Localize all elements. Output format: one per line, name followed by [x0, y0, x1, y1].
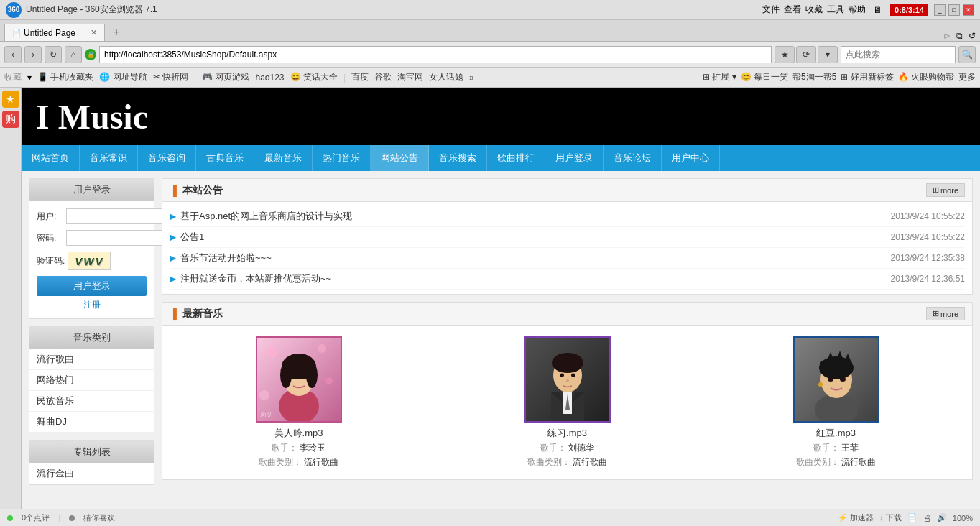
nav-热门音乐[interactable]: 热门音乐	[313, 145, 371, 171]
announcements-title: 本站公告	[182, 184, 223, 197]
bm-扩展[interactable]: ⊞ 扩展 ▾	[703, 71, 736, 83]
address-bar: ‹ › ↻ ⌂ 🔒 ★ ⟳ ▾ 🔍	[0, 42, 980, 68]
singer-name-2: 刘德华	[568, 443, 594, 453]
ann-date-2: 2013/9/24 10:55:22	[891, 232, 965, 242]
site-wrapper: I Music 网站首页 音乐常识 音乐咨询 古典音乐 最新音乐 热门音乐 网站…	[22, 88, 980, 509]
accelerate-button[interactable]: ⚡ 加速器	[838, 512, 874, 523]
favorites-quick-button[interactable]: ★	[2, 91, 19, 108]
speaker-icon: 🔊	[937, 513, 947, 522]
table-row: ▶ 公告1 2013/9/24 10:55:22	[170, 227, 965, 248]
nav-网站首页[interactable]: 网站首页	[22, 145, 80, 171]
music-album-row-1: 歌曲类别： 流行歌曲	[170, 456, 427, 469]
announcements-more[interactable]: ⊞ more	[926, 183, 965, 197]
ann-title-1[interactable]: 基于Asp.net的网上音乐商店的设计与实现	[180, 210, 884, 223]
login-section-title: 用户登录	[29, 179, 154, 201]
bm-火眼购物帮[interactable]: 🔥 火眼购物帮	[898, 71, 954, 83]
shop-quick-button[interactable]: 购	[2, 111, 19, 128]
search-input[interactable]	[841, 46, 956, 63]
menu-工具[interactable]: 工具	[827, 4, 844, 16]
nav-用户登录[interactable]: 用户登录	[545, 145, 604, 171]
nav-用户中心[interactable]: 用户中心	[662, 145, 720, 171]
close-button[interactable]: ✕	[963, 4, 974, 16]
nav-歌曲排行[interactable]: 歌曲排行	[487, 145, 545, 171]
bm-网页游戏[interactable]: 🎮 网页游戏	[202, 71, 249, 83]
bm-帮5淘一帮5[interactable]: 帮5淘一帮5	[792, 71, 836, 83]
singer-photo-1: 向见	[257, 338, 341, 421]
new-tab-button[interactable]: +	[108, 24, 125, 41]
menu-文件[interactable]: 文件	[762, 4, 780, 16]
latest-music-more[interactable]: ⊞ more	[926, 307, 965, 320]
nav-hist[interactable]: ↺	[969, 31, 976, 41]
nav-音乐常识[interactable]: 音乐常识	[80, 145, 138, 171]
music-filename-1[interactable]: 美人吟.mp3	[170, 427, 427, 440]
bm-hao123[interactable]: hao123	[256, 73, 285, 83]
login-button[interactable]: 用户登录	[37, 276, 147, 296]
music-image-2[interactable]	[524, 336, 611, 423]
nav-音乐搜索[interactable]: 音乐搜索	[429, 145, 487, 171]
menu-收藏[interactable]: 收藏	[805, 4, 823, 16]
bm-快折网[interactable]: ✂ 快折网	[153, 71, 188, 83]
latest-music-section: ▐ 最新音乐 ⊞ more	[162, 302, 973, 480]
category-舞曲DJ[interactable]: 舞曲DJ	[29, 412, 154, 433]
music-image-1[interactable]: 向见	[256, 336, 342, 423]
search-button[interactable]: 🔍	[958, 46, 976, 63]
active-tab[interactable]: 📄 Untitled Page ✕	[4, 24, 105, 41]
bookmark-dropdown[interactable]: ▾	[27, 73, 32, 83]
bm-手机收藏夹[interactable]: 📱 手机收藏夹	[37, 71, 93, 83]
ann-bullet-icon: ▶	[170, 211, 176, 221]
category-流行歌曲[interactable]: 流行歌曲	[29, 349, 154, 370]
ann-title-2[interactable]: 公告1	[180, 231, 884, 244]
bm-网址导航[interactable]: 🌐 网址导航	[99, 71, 147, 83]
nav-最新音乐[interactable]: 最新音乐	[254, 145, 313, 171]
nav-古典音乐[interactable]: 古典音乐	[196, 145, 254, 171]
bm-女人话题[interactable]: 女人话题	[429, 71, 463, 83]
window-controls[interactable]: _ □ ✕	[934, 4, 974, 16]
music-image-3[interactable]	[793, 336, 879, 423]
ann-title-3[interactable]: 音乐节活动开始啦~~~	[180, 252, 884, 264]
bm-谷歌[interactable]: 谷歌	[374, 71, 392, 83]
nav-音乐咨询[interactable]: 音乐咨询	[138, 145, 196, 171]
bm-笑话大全[interactable]: 😄 笑话大全	[290, 71, 338, 83]
maximize-button[interactable]: □	[948, 4, 960, 16]
ann-title-4[interactable]: 注册就送金币，本站新推优惠活动~~	[180, 272, 884, 285]
bm-百度[interactable]: 百度	[351, 71, 369, 83]
nav-restore[interactable]: ⧉	[956, 31, 963, 41]
tab-close-button[interactable]: ✕	[91, 28, 97, 37]
nav-音乐论坛[interactable]: 音乐论坛	[604, 145, 662, 171]
browser-title: Untitled Page - 360安全浏览器 7.1	[26, 4, 157, 16]
category-民族音乐[interactable]: 民族音乐	[29, 391, 154, 412]
address-input[interactable]	[99, 46, 772, 63]
status-right: ⚡ 加速器 ↓ 下载 📄 🖨 🔊 100%	[838, 512, 973, 523]
bm-每日一笑[interactable]: 😊 每日一笑	[741, 71, 788, 83]
refresh-button[interactable]: ↻	[45, 46, 62, 63]
bm-好用新标签[interactable]: ⊞ 好用新标签	[841, 71, 893, 83]
dropdown-icon[interactable]: ▾	[818, 46, 838, 63]
svg-point-11	[302, 375, 308, 379]
album-label-3: 歌曲类别：	[796, 457, 839, 467]
bm-淘宝网[interactable]: 淘宝网	[397, 71, 423, 83]
music-filename-3[interactable]: 红豆.mp3	[707, 427, 965, 440]
bookmark-icon[interactable]: ★	[775, 46, 795, 63]
music-singer-row-3: 歌手： 王菲	[707, 442, 965, 454]
register-link[interactable]: 注册	[37, 299, 147, 311]
category-网络热门[interactable]: 网络热门	[29, 370, 154, 391]
bm-more[interactable]: »	[469, 73, 474, 83]
album-流行金曲[interactable]: 流行金曲	[29, 463, 154, 484]
svg-point-33	[840, 377, 846, 382]
captcha-text: VWV	[75, 255, 103, 267]
music-filename-2[interactable]: 练习.mp3	[438, 427, 696, 440]
download-button[interactable]: ↓ 下载	[879, 512, 902, 523]
back-button[interactable]: ‹	[4, 46, 22, 63]
menu-帮助[interactable]: 帮助	[849, 4, 866, 16]
bookmarks-label: 收藏	[4, 71, 22, 83]
zoom-level[interactable]: 100%	[953, 514, 973, 522]
album-list-section: 专辑列表 流行金曲	[29, 440, 154, 485]
refresh-icon[interactable]: ⟳	[796, 46, 816, 63]
home-button[interactable]: ⌂	[65, 46, 82, 63]
nav-网站公告[interactable]: 网站公告	[371, 145, 429, 171]
bm-更多[interactable]: 更多	[958, 71, 976, 83]
forward-button[interactable]: ›	[24, 46, 42, 63]
minimize-button[interactable]: _	[934, 4, 946, 16]
menu-查看[interactable]: 查看	[784, 4, 801, 16]
ann-date-4: 2013/9/24 12:36:51	[891, 274, 965, 284]
